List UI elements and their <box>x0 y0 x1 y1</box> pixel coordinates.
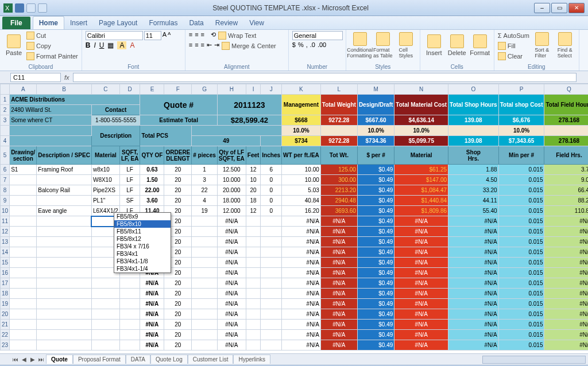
table-row[interactable]: 12#N/A20#N/A#N/A#N/A$0.49#N/A#N/A0.015#N… <box>1 227 589 237</box>
row-5-headers[interactable]: 5 Drawing/ section Description / SPEC Ma… <box>1 146 589 165</box>
font-color-button[interactable]: A <box>130 41 134 49</box>
table-row[interactable]: 11▼#N/A20#N/A#N/A#N/A$0.49#N/A#N/A0.015#… <box>1 216 589 227</box>
table-row[interactable]: 16#N/A20#N/A#N/A#N/A$0.49#N/A#N/A0.015#N… <box>1 268 589 278</box>
save-icon[interactable] <box>15 3 24 13</box>
wrap-text-button[interactable]: Wrap Text <box>218 31 256 40</box>
city[interactable]: Some where CT <box>10 115 92 126</box>
sheet-tab[interactable]: Quote Log <box>150 355 188 364</box>
worksheet-area[interactable]: ABCDEFGHIJKLMNOPQ 1 ACME Distributions Q… <box>0 84 588 353</box>
format-button[interactable]: Format <box>470 31 490 60</box>
table-row[interactable]: 9PL1"SF3.6020418.00018040.842940.48$0.49… <box>1 196 589 206</box>
row-3b[interactable]: Description Total PCS 10.0% 10.0% 10.0% … <box>1 126 589 136</box>
row-4[interactable]: 4 49 $734 9272.28 $734.36 $5,099.75 139.… <box>1 136 589 146</box>
col-H[interactable]: H <box>217 84 246 95</box>
table-row[interactable]: 21#N/A20#N/A#N/A#N/A$0.49#N/A#N/A0.015#N… <box>1 320 589 330</box>
fx-icon[interactable]: fx <box>64 74 69 81</box>
autosum-button[interactable]: ΣAutoSum <box>498 31 529 40</box>
sheet-tab[interactable]: Quote <box>46 355 73 364</box>
font-size-select[interactable] <box>144 31 161 40</box>
mgmt-label[interactable]: Management <box>282 95 321 115</box>
tab-view[interactable]: View <box>243 17 270 29</box>
sort-filter-button[interactable]: Sort & Filter <box>532 31 552 60</box>
redo-icon[interactable] <box>38 3 47 13</box>
currency-icon[interactable]: $ <box>292 41 296 48</box>
col-C[interactable]: C <box>91 84 119 95</box>
shophrs-val[interactable]: 139.08 <box>448 115 499 126</box>
align-mid-icon[interactable]: ≡ <box>195 31 198 40</box>
table-row[interactable]: 22#N/A20#N/A#N/A#N/A$0.49#N/A#N/A0.015#N… <box>1 330 589 340</box>
row-1[interactable]: 1 ACME Distributions Quote # 2011123 Man… <box>1 95 589 105</box>
align-left-icon[interactable]: ≡ <box>189 41 192 50</box>
worksheet-grid[interactable]: ABCDEFGHIJKLMNOPQ 1 ACME Distributions Q… <box>0 84 588 351</box>
pcs-label[interactable]: Total PCS <box>140 126 192 146</box>
table-row[interactable]: 8Balcony RailPipe2XSLF22.00202220.000200… <box>1 185 589 196</box>
address[interactable]: 2480 Willard St. <box>10 105 92 115</box>
weight-val[interactable]: 9272.28 <box>320 115 357 126</box>
sheet-nav-prev[interactable]: ◀ <box>20 356 28 363</box>
dropdown-item[interactable]: FB5/8x9 <box>114 213 171 220</box>
estimate-label[interactable]: Estimate Total <box>140 115 217 126</box>
insert-button[interactable]: Insert <box>424 31 444 60</box>
column-headers[interactable]: ABCDEFGHIJKLMNOPQ <box>1 84 589 95</box>
format-as-table-button[interactable]: Format as Table <box>373 31 393 60</box>
align-right-icon[interactable]: ≡ <box>201 41 204 50</box>
comma-icon[interactable]: , <box>306 41 308 48</box>
select-all[interactable] <box>1 84 10 95</box>
merge-center-button[interactable]: Merge & Center <box>222 41 276 50</box>
table-row[interactable]: 18#N/A20#N/A#N/A#N/A$0.49#N/A#N/A0.015#N… <box>1 289 589 299</box>
dropdown-item[interactable]: FB5/8x11 <box>114 228 171 235</box>
dropdown-item[interactable]: FB5/8x10 <box>114 220 171 228</box>
font-name-select[interactable] <box>86 31 143 40</box>
sheet-tab[interactable]: DATA <box>126 355 150 364</box>
shophrs-label[interactable]: Total Shop Hours <box>448 95 499 115</box>
dropdown-item[interactable]: FB3/4x1 <box>114 250 171 258</box>
clear-button[interactable]: Clear <box>498 52 529 61</box>
cut-button[interactable]: Cut <box>26 31 78 40</box>
design-val[interactable]: $667.60 <box>357 115 394 126</box>
sheet-tab[interactable]: Proposal Format <box>73 355 126 364</box>
cell-styles-button[interactable]: Cell Styles <box>396 31 416 60</box>
shopcost-val[interactable]: $6,676 <box>498 115 544 126</box>
table-row[interactable]: 15#N/A20#N/A#N/A#N/A$0.49#N/A#N/A0.015#N… <box>1 258 589 268</box>
tab-formulas[interactable]: Formulas <box>143 17 183 29</box>
quote-number[interactable]: 2011123 <box>217 95 281 115</box>
sheet-tab[interactable]: Hyperlinks <box>233 355 270 364</box>
horizontal-scrollbar[interactable] <box>482 356 586 364</box>
tab-home[interactable]: Home <box>33 16 64 29</box>
col-F[interactable]: F <box>164 84 192 95</box>
sheet-nav-next[interactable]: ▶ <box>29 356 37 363</box>
sheet-nav-last[interactable]: ⏭ <box>37 356 45 363</box>
col-O[interactable]: O <box>448 84 499 95</box>
align-bot-icon[interactable]: ≡ <box>201 31 204 40</box>
fieldhrs-val[interactable]: 278.168 <box>544 115 588 126</box>
table-row[interactable]: 20#N/A20#N/A#N/A#N/A$0.49#N/A#N/A0.015#N… <box>1 309 589 320</box>
design-label[interactable]: Design/Draft <box>357 95 394 115</box>
dropdown-item[interactable]: FB3/4x1-1/8 <box>114 258 171 265</box>
table-row[interactable]: 19#N/A20#N/A#N/A#N/A$0.49#N/A#N/A0.015#N… <box>1 299 589 309</box>
col-E[interactable]: E <box>140 84 164 95</box>
col-Q[interactable]: Q <box>544 84 588 95</box>
sheet-tab[interactable]: Customer List <box>188 355 234 364</box>
col-K[interactable]: K <box>282 84 321 95</box>
table-row[interactable]: 10Eave angleL6X4X1/2LF11.40201912.000120… <box>1 206 589 216</box>
col-N[interactable]: N <box>394 84 448 95</box>
weight-label[interactable]: Total Weight <box>320 95 357 115</box>
paste-button[interactable]: Paste <box>3 31 24 60</box>
delete-button[interactable]: Delete <box>447 31 467 60</box>
col-P[interactable]: P <box>498 84 544 95</box>
format-painter-button[interactable]: Format Painter <box>26 52 78 61</box>
tab-insert[interactable]: Insert <box>64 17 93 29</box>
dec-decimal-icon[interactable]: .00 <box>318 41 326 48</box>
bold-button[interactable]: B <box>86 41 91 49</box>
contact-label[interactable]: Contact <box>91 105 140 115</box>
name-box[interactable] <box>10 73 61 82</box>
dropdown-item[interactable]: FB3/4x1-1/4 <box>114 265 171 272</box>
quote-label[interactable]: Quote # <box>140 95 217 115</box>
align-center-icon[interactable]: ≡ <box>195 41 198 50</box>
table-row[interactable]: 23#N/A20#N/A#N/A#N/A$0.49#N/A#N/A0.015#N… <box>1 340 589 351</box>
table-row[interactable]: 13#N/A20#N/A#N/A#N/A$0.49#N/A#N/A0.015#N… <box>1 237 589 247</box>
col-D[interactable]: D <box>119 84 140 95</box>
close-button[interactable]: ✕ <box>568 3 585 13</box>
minimize-button[interactable]: – <box>534 3 550 13</box>
desc-label[interactable]: Description <box>91 126 140 146</box>
